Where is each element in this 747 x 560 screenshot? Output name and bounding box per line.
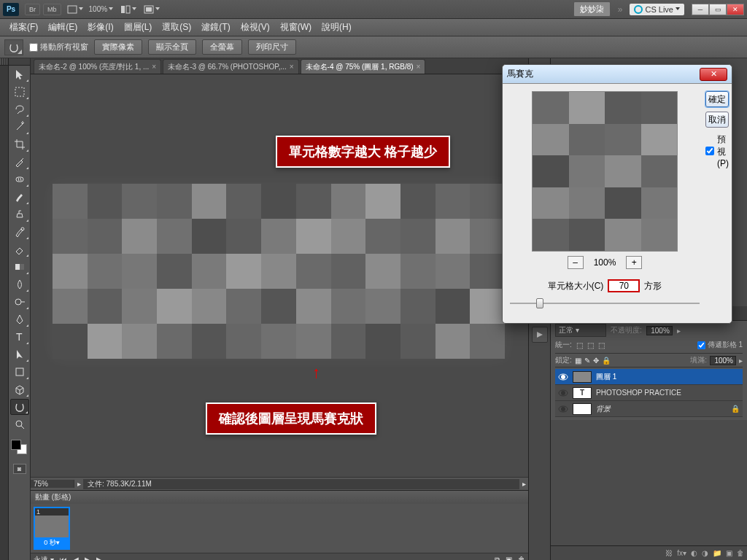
menu-file[interactable]: 檔案(F) <box>4 21 43 34</box>
layer-name[interactable]: PHOTOSHOP PRACTICE <box>596 389 681 397</box>
menu-window[interactable]: 視窗(W) <box>275 21 317 34</box>
screen-mode-dropdown[interactable] <box>142 5 160 14</box>
menu-help[interactable]: 說明(H) <box>317 21 357 34</box>
foreground-color[interactable] <box>11 440 21 450</box>
pen-tool[interactable] <box>10 311 29 327</box>
layer-name[interactable]: 背景 <box>596 404 611 414</box>
layer-mask-icon[interactable]: ◐ <box>691 549 697 557</box>
fill-field[interactable]: 100% <box>710 356 736 365</box>
lock-all-icon[interactable]: 🔒 <box>602 357 611 365</box>
document-info[interactable]: 文件: 785.3K/2.11M <box>83 479 519 489</box>
bridge-button[interactable]: Br <box>25 4 40 15</box>
document-tab[interactable]: 未命名-3 @ 66.7% (PHOTOSHOP,...× <box>163 59 298 74</box>
ok-button[interactable]: 確定 <box>705 91 729 107</box>
window-minimize[interactable]: ─ <box>692 4 709 15</box>
layout-dropdown[interactable] <box>66 5 83 14</box>
minibridge-button[interactable]: Mb <box>43 4 61 15</box>
move-tool[interactable] <box>10 66 29 82</box>
actions-panel-icon[interactable] <box>532 327 548 343</box>
unify-style-icon[interactable]: ⬚ <box>598 341 605 349</box>
unify-visibility-icon[interactable]: ⬚ <box>587 341 594 349</box>
lasso-tool[interactable] <box>10 101 29 117</box>
close-icon[interactable]: × <box>290 63 294 71</box>
fill-screen-button[interactable]: 全螢幕 <box>202 39 242 55</box>
document-tab[interactable]: 未命名-2 @ 100% (亮度/對比 1, ...× <box>34 59 161 74</box>
group-icon[interactable]: 📁 <box>713 549 721 557</box>
visibility-icon[interactable] <box>558 372 568 382</box>
fit-screen-button[interactable]: 顯示全頁 <box>148 39 196 55</box>
extras-dropdown[interactable] <box>119 5 136 14</box>
cslive-button[interactable]: CS Live <box>630 4 684 15</box>
dodge-tool[interactable] <box>10 294 29 310</box>
loop-dropdown[interactable]: 永遠 ▾ <box>34 555 54 561</box>
gradient-tool[interactable] <box>10 259 29 275</box>
visibility-icon[interactable] <box>558 404 568 414</box>
zoom-tool[interactable] <box>10 416 29 432</box>
adjustment-layer-icon[interactable]: ◑ <box>702 549 708 557</box>
lock-pixels-icon[interactable]: ✎ <box>584 357 590 365</box>
delete-frame-icon[interactable]: 🗑 <box>518 556 525 560</box>
magic-wand-tool[interactable] <box>10 119 29 135</box>
delete-layer-icon[interactable]: 🗑 <box>737 549 744 557</box>
marquee-tool[interactable] <box>10 84 29 100</box>
clone-stamp-tool[interactable] <box>10 206 29 222</box>
opacity-field[interactable]: 100% <box>646 326 673 335</box>
filter-preview[interactable] <box>532 91 678 252</box>
new-frame-icon[interactable]: ▣ <box>506 556 512 560</box>
quick-mask-toggle[interactable]: ◙ <box>13 464 26 474</box>
layer-style-icon[interactable]: fx▾ <box>677 549 686 557</box>
chevron-right-icon[interactable]: » <box>618 4 623 15</box>
menu-layer[interactable]: 圖層(L) <box>119 21 158 34</box>
cancel-button[interactable]: 取消 <box>705 112 729 128</box>
type-tool[interactable]: T <box>10 329 29 345</box>
document-tab[interactable]: 未命名-4 @ 75% (圖層 1, RGB/8)× <box>301 59 426 74</box>
panel-grip[interactable] <box>9 58 30 66</box>
close-icon[interactable]: × <box>152 63 156 71</box>
print-size-button[interactable]: 列印尺寸 <box>248 39 296 55</box>
path-selection-tool[interactable] <box>10 346 29 362</box>
new-layer-icon[interactable]: ▣ <box>726 549 732 557</box>
menu-edit[interactable]: 編輯(E) <box>43 21 82 34</box>
window-close[interactable]: ✕ <box>727 4 744 15</box>
layer-row[interactable]: 背景 🔒 <box>555 401 743 417</box>
prev-frame-icon[interactable]: ◀ <box>73 556 79 560</box>
layer-row[interactable]: 圖層 1 <box>555 369 743 385</box>
scroll-all-windows-checkbox[interactable]: 捲動所有視窗 <box>29 42 88 52</box>
animation-frame[interactable]: 1 0 秒▾ <box>34 507 70 550</box>
type-layer-icon[interactable]: T <box>573 387 592 399</box>
zoom-dropdown[interactable]: 100% <box>89 5 114 13</box>
cell-size-slider[interactable] <box>510 297 700 310</box>
propagate-frame-checkbox[interactable]: 傳遞影格 1 <box>697 340 743 350</box>
zoom-out-button[interactable]: – <box>568 256 584 269</box>
dialog-close-button[interactable]: ✕ <box>700 68 727 81</box>
canvas-area[interactable]: 單元格數字越大 格子越少 ↑ 確認後圖層呈現馬賽克狀 <box>31 74 528 477</box>
3d-tool[interactable] <box>10 381 29 397</box>
menu-filter[interactable]: 濾鏡(T) <box>196 21 235 34</box>
first-frame-icon[interactable]: ⏮ <box>60 556 67 560</box>
eraser-tool[interactable] <box>10 241 29 257</box>
lock-transparency-icon[interactable]: ▦ <box>575 357 581 365</box>
play-icon[interactable]: ▶ <box>85 556 90 560</box>
slider-thumb[interactable] <box>536 298 543 308</box>
zoom-field[interactable]: 75% <box>31 480 74 488</box>
blur-tool[interactable] <box>10 276 29 292</box>
layer-thumbnail[interactable] <box>573 403 592 415</box>
collapsed-dock[interactable] <box>0 58 9 560</box>
frame-delay[interactable]: 0 秒▾ <box>35 537 69 548</box>
unify-position-icon[interactable]: ⬚ <box>576 341 583 349</box>
tween-icon[interactable]: ⧉ <box>495 556 500 561</box>
zoom-in-button[interactable]: + <box>626 256 642 269</box>
close-icon[interactable]: × <box>417 63 421 71</box>
color-swatches[interactable] <box>9 438 30 462</box>
lock-position-icon[interactable]: ✥ <box>593 357 599 365</box>
link-layers-icon[interactable]: ⛓ <box>665 549 673 557</box>
eyedropper-tool[interactable] <box>10 154 29 170</box>
actual-pixels-button[interactable]: 實際像素 <box>94 39 142 55</box>
window-maximize[interactable]: ▭ <box>709 4 727 15</box>
chevron-right-icon[interactable]: ▸ <box>519 480 528 488</box>
next-frame-icon[interactable]: ▶ <box>96 556 102 560</box>
cell-size-input[interactable] <box>608 279 640 292</box>
visibility-icon[interactable] <box>558 388 568 398</box>
workspace-switcher[interactable]: 妙妙柒 <box>573 1 611 17</box>
layer-name[interactable]: 圖層 1 <box>596 372 616 382</box>
